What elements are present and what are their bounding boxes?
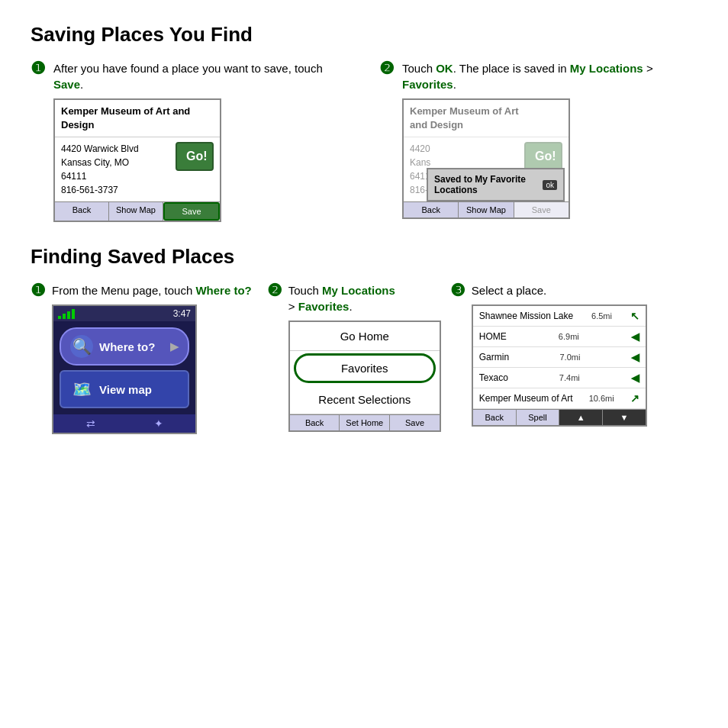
go-button-1[interactable]: Go! [176, 142, 214, 171]
step-2-content: Touch OK. The place is saved in My Locat… [402, 60, 697, 219]
list-item-1-name: HOME [479, 331, 507, 342]
where-to-btn[interactable]: 🔍 Where to? ▶ [60, 327, 189, 366]
finding-steps: ❶ From the Menu page, touch Where to? [31, 282, 697, 434]
go-home-menu-item[interactable]: Go Home [290, 322, 440, 351]
step-1-text-before: After you have found a place you want to… [53, 62, 323, 75]
step-number-2: ❷ [379, 59, 395, 79]
place-detail-2: 4420Kans64111816-561-3737 Go! Saved to M… [404, 137, 569, 201]
finding-step-num-1: ❶ [31, 281, 46, 301]
step-2-text: Touch OK. The place is saved in My Locat… [402, 60, 697, 92]
list-arrow-1: ◀ [631, 330, 639, 343]
menu-back-btn[interactable]: Back [290, 415, 340, 430]
back-btn-2[interactable]: Back [404, 202, 459, 217]
show-map-btn-1[interactable]: Show Map [109, 202, 163, 221]
menu-buttons: Back Set Home Save [290, 414, 440, 430]
place-detail-1: 4420 Warwick BlvdKansas City, MO64111816… [55, 137, 220, 201]
nav-time: 3:47 [173, 308, 191, 319]
signal-bars [58, 309, 75, 319]
list-item-4-dist: 10.6mi [589, 394, 614, 403]
map-icon: 🗺️ [70, 378, 93, 401]
place-address-1: 4420 Warwick BlvdKansas City, MO64111816… [61, 142, 169, 197]
step-1-text: After you have found a place you want to… [53, 60, 349, 92]
nav-top-bar: 3:47 [53, 306, 195, 321]
bar-3 [67, 311, 70, 319]
list-item-0[interactable]: Shawnee Mission Lake 6.5mi ↖ [473, 306, 646, 327]
favorites-highlight-2: Favorites [298, 300, 350, 313]
ok-highlight: OK [436, 62, 453, 75]
step-1-content: After you have found a place you want to… [53, 60, 349, 222]
ok-badge[interactable]: ok [543, 180, 557, 190]
finding-step-1: ❶ From the Menu page, touch Where to? [31, 282, 252, 434]
list-arrow-0: ↖ [630, 310, 639, 322]
list-item-3-name: Texaco [479, 372, 508, 383]
list-item-2-dist: 7.0mi [560, 353, 581, 362]
save-btn-1[interactable]: Save [163, 202, 220, 221]
routes-icon: ⇄ [86, 417, 95, 430]
finding-step-3: ❸ Select a place. Shawnee Mission Lake 6… [450, 282, 647, 427]
show-map-btn-2[interactable]: Show Map [459, 202, 514, 217]
finding-step-2-text: Touch My Locations> Favorites. [288, 282, 441, 314]
device-screen-saved: Kemper Museum of Artand Design 4420Kans6… [402, 98, 570, 219]
section-title: Saving Places You Find [31, 23, 697, 47]
finding-step-num-2: ❷ [267, 281, 282, 301]
bar-2 [63, 314, 66, 319]
device-screen-list: Shawnee Mission Lake 6.5mi ↖ HOME 6.9mi … [472, 304, 647, 427]
list-arrow-2: ◀ [631, 351, 639, 363]
step-1-text-period: . [80, 78, 83, 91]
search-icon: 🔍 [70, 335, 93, 358]
place-name-2-dim: Kemper Museum of Artand Design [404, 100, 569, 137]
list-arrow-3: ◀ [631, 372, 639, 384]
nav-bottom-bar: ⇄ ✦ [53, 414, 195, 433]
save-btn-2: Save [514, 202, 569, 217]
where-to-highlight: Where to? [195, 284, 251, 297]
step-1-save-highlight: Save [53, 78, 80, 91]
screen-buttons-2: Back Show Map Save [404, 201, 569, 217]
list-item-4-name: Kemper Museum of Art [479, 393, 573, 404]
device-screen-menu: Go Home Favorites Recent Selections Back… [288, 321, 441, 432]
list-item-3-dist: 7.4mi [559, 373, 580, 382]
list-back-btn[interactable]: Back [473, 410, 517, 425]
recent-selections-menu-item[interactable]: Recent Selections [290, 385, 440, 414]
favorites-highlight-1: Favorites [402, 78, 453, 91]
screen-buttons-1: Back Show Map Save [55, 201, 220, 221]
device-screen-nav: 3:47 🔍 Where to? ▶ 🗺️ View map [52, 304, 197, 434]
saving-step-1: ❶ After you have found a place you want … [31, 60, 349, 222]
chevron-right-icon: ▶ [170, 340, 179, 353]
where-to-label: Where to? [99, 340, 155, 353]
finding-step-num-3: ❸ [450, 281, 465, 301]
list-spell-btn[interactable]: Spell [517, 410, 560, 425]
finding-step-3-text: Select a place. [472, 282, 647, 298]
saved-overlay-text: Saved to My Favorite Locations [434, 174, 543, 195]
back-btn-1[interactable]: Back [55, 202, 109, 221]
device-screen-place-1: Kemper Museum of Art and Design 4420 War… [53, 98, 221, 222]
section-finding: Finding Saved Places ❶ From the Menu pag… [31, 245, 697, 434]
list-item-3[interactable]: Texaco 7.4mi ◀ [473, 368, 646, 388]
saving-steps-row: ❶ After you have found a place you want … [31, 60, 697, 222]
bar-1 [58, 316, 61, 319]
finding-title: Finding Saved Places [31, 245, 697, 269]
list-item-4[interactable]: Kemper Museum of Art 10.6mi ↗ [473, 388, 646, 409]
step-number-1: ❶ [31, 59, 46, 79]
list-item-2-name: Garmin [479, 352, 509, 362]
list-buttons: Back Spell ▲ ▼ [473, 409, 646, 425]
list-item-1[interactable]: HOME 6.9mi ◀ [473, 327, 646, 347]
bar-4 [72, 309, 75, 319]
view-map-btn[interactable]: 🗺️ View map [60, 370, 189, 408]
nav-content: 🔍 Where to? ▶ 🗺️ View map [53, 321, 195, 414]
my-locations-highlight-2: My Locations [322, 284, 395, 297]
list-item-0-name: Shawnee Mission Lake [479, 311, 573, 321]
list-arrow-4: ↗ [630, 392, 639, 404]
place-name-1: Kemper Museum of Art and Design [55, 100, 220, 137]
finding-step-2-content: Touch My Locations> Favorites. Go Home F… [288, 282, 441, 432]
saving-step-2: ❷ Touch OK. The place is saved in My Loc… [379, 60, 697, 219]
settings-icon: ✦ [154, 417, 163, 430]
view-map-label: View map [99, 383, 152, 396]
list-item-2[interactable]: Garmin 7.0mi ◀ [473, 347, 646, 368]
list-up-btn[interactable]: ▲ [559, 410, 603, 425]
list-down-btn[interactable]: ▼ [603, 410, 646, 425]
menu-save-btn[interactable]: Save [390, 415, 440, 430]
list-item-0-dist: 6.5mi [591, 311, 612, 321]
saved-overlay: Saved to My Favorite Locations ok [427, 168, 565, 201]
menu-set-home-btn[interactable]: Set Home [340, 415, 390, 430]
favorites-menu-item[interactable]: Favorites [294, 353, 436, 383]
